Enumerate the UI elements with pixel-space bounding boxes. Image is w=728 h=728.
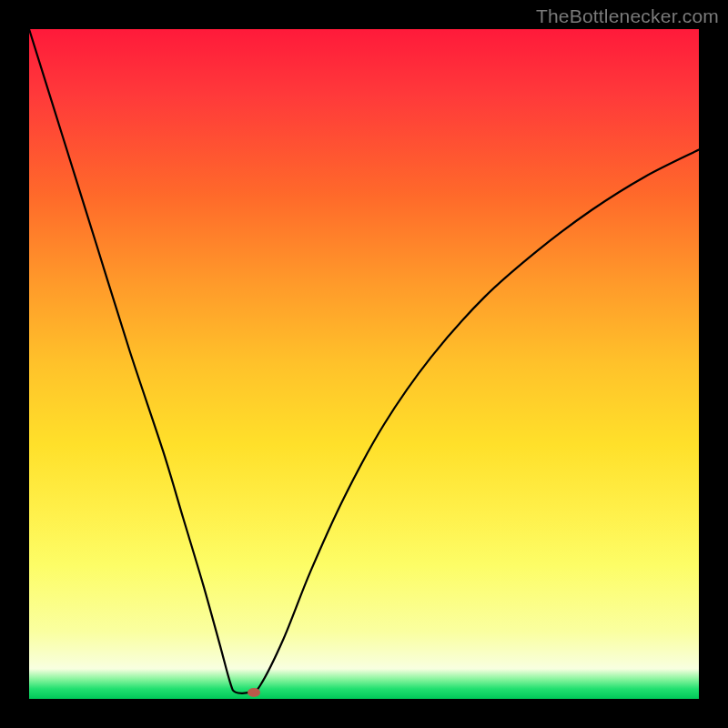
- bottleneck-curve: [29, 29, 699, 693]
- curve-svg: [29, 29, 699, 699]
- optimum-marker: [248, 688, 260, 697]
- watermark-text: TheBottlenecker.com: [536, 5, 719, 27]
- plot-area: [29, 29, 699, 699]
- chart-frame: TheBottlenecker.com: [0, 0, 728, 728]
